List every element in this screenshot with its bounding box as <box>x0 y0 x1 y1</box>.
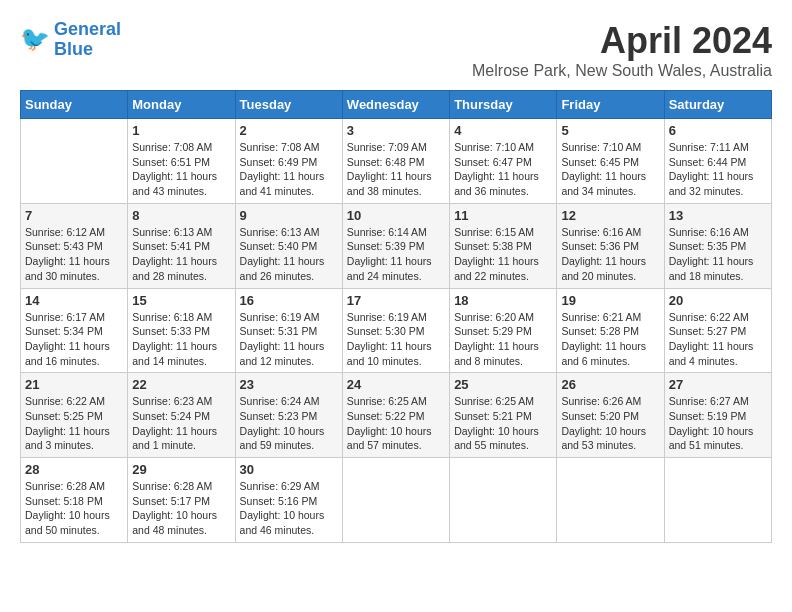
day-number: 17 <box>347 293 445 308</box>
calendar-cell: 23Sunrise: 6:24 AM Sunset: 5:23 PM Dayli… <box>235 373 342 458</box>
cell-content: Sunrise: 6:19 AM Sunset: 5:31 PM Dayligh… <box>240 310 338 369</box>
day-number: 8 <box>132 208 230 223</box>
calendar-cell: 3Sunrise: 7:09 AM Sunset: 6:48 PM Daylig… <box>342 119 449 204</box>
day-header-saturday: Saturday <box>664 91 771 119</box>
calendar-week-row: 21Sunrise: 6:22 AM Sunset: 5:25 PM Dayli… <box>21 373 772 458</box>
cell-content: Sunrise: 6:19 AM Sunset: 5:30 PM Dayligh… <box>347 310 445 369</box>
cell-content: Sunrise: 6:14 AM Sunset: 5:39 PM Dayligh… <box>347 225 445 284</box>
calendar-cell: 28Sunrise: 6:28 AM Sunset: 5:18 PM Dayli… <box>21 458 128 543</box>
calendar-cell: 4Sunrise: 7:10 AM Sunset: 6:47 PM Daylig… <box>450 119 557 204</box>
location-subtitle: Melrose Park, New South Wales, Australia <box>472 62 772 80</box>
calendar-cell: 17Sunrise: 6:19 AM Sunset: 5:30 PM Dayli… <box>342 288 449 373</box>
cell-content: Sunrise: 6:28 AM Sunset: 5:17 PM Dayligh… <box>132 479 230 538</box>
cell-content: Sunrise: 6:16 AM Sunset: 5:35 PM Dayligh… <box>669 225 767 284</box>
day-number: 10 <box>347 208 445 223</box>
logo: 🐦 General Blue <box>20 20 121 60</box>
calendar-cell: 5Sunrise: 7:10 AM Sunset: 6:45 PM Daylig… <box>557 119 664 204</box>
calendar-cell <box>450 458 557 543</box>
cell-content: Sunrise: 7:10 AM Sunset: 6:45 PM Dayligh… <box>561 140 659 199</box>
calendar-cell: 27Sunrise: 6:27 AM Sunset: 5:19 PM Dayli… <box>664 373 771 458</box>
day-number: 1 <box>132 123 230 138</box>
calendar-cell: 7Sunrise: 6:12 AM Sunset: 5:43 PM Daylig… <box>21 203 128 288</box>
day-number: 21 <box>25 377 123 392</box>
day-header-friday: Friday <box>557 91 664 119</box>
day-number: 20 <box>669 293 767 308</box>
calendar-cell: 20Sunrise: 6:22 AM Sunset: 5:27 PM Dayli… <box>664 288 771 373</box>
calendar-cell <box>21 119 128 204</box>
cell-content: Sunrise: 6:15 AM Sunset: 5:38 PM Dayligh… <box>454 225 552 284</box>
calendar-cell: 16Sunrise: 6:19 AM Sunset: 5:31 PM Dayli… <box>235 288 342 373</box>
calendar-cell: 19Sunrise: 6:21 AM Sunset: 5:28 PM Dayli… <box>557 288 664 373</box>
calendar-cell: 6Sunrise: 7:11 AM Sunset: 6:44 PM Daylig… <box>664 119 771 204</box>
title-block: April 2024 Melrose Park, New South Wales… <box>472 20 772 80</box>
calendar-cell <box>664 458 771 543</box>
calendar-cell <box>557 458 664 543</box>
cell-content: Sunrise: 6:13 AM Sunset: 5:40 PM Dayligh… <box>240 225 338 284</box>
calendar-cell: 10Sunrise: 6:14 AM Sunset: 5:39 PM Dayli… <box>342 203 449 288</box>
calendar-cell: 18Sunrise: 6:20 AM Sunset: 5:29 PM Dayli… <box>450 288 557 373</box>
calendar-week-row: 1Sunrise: 7:08 AM Sunset: 6:51 PM Daylig… <box>21 119 772 204</box>
cell-content: Sunrise: 6:25 AM Sunset: 5:22 PM Dayligh… <box>347 394 445 453</box>
cell-content: Sunrise: 7:10 AM Sunset: 6:47 PM Dayligh… <box>454 140 552 199</box>
cell-content: Sunrise: 6:20 AM Sunset: 5:29 PM Dayligh… <box>454 310 552 369</box>
day-number: 19 <box>561 293 659 308</box>
cell-content: Sunrise: 6:26 AM Sunset: 5:20 PM Dayligh… <box>561 394 659 453</box>
calendar-cell: 21Sunrise: 6:22 AM Sunset: 5:25 PM Dayli… <box>21 373 128 458</box>
cell-content: Sunrise: 6:24 AM Sunset: 5:23 PM Dayligh… <box>240 394 338 453</box>
calendar-cell: 24Sunrise: 6:25 AM Sunset: 5:22 PM Dayli… <box>342 373 449 458</box>
day-header-sunday: Sunday <box>21 91 128 119</box>
calendar-cell: 13Sunrise: 6:16 AM Sunset: 5:35 PM Dayli… <box>664 203 771 288</box>
day-number: 27 <box>669 377 767 392</box>
page-header: 🐦 General Blue April 2024 Melrose Park, … <box>20 20 772 80</box>
cell-content: Sunrise: 6:23 AM Sunset: 5:24 PM Dayligh… <box>132 394 230 453</box>
logo-icon: 🐦 <box>20 25 50 55</box>
cell-content: Sunrise: 6:16 AM Sunset: 5:36 PM Dayligh… <box>561 225 659 284</box>
cell-content: Sunrise: 6:12 AM Sunset: 5:43 PM Dayligh… <box>25 225 123 284</box>
day-number: 22 <box>132 377 230 392</box>
day-number: 7 <box>25 208 123 223</box>
cell-content: Sunrise: 6:27 AM Sunset: 5:19 PM Dayligh… <box>669 394 767 453</box>
calendar-cell: 15Sunrise: 6:18 AM Sunset: 5:33 PM Dayli… <box>128 288 235 373</box>
cell-content: Sunrise: 7:09 AM Sunset: 6:48 PM Dayligh… <box>347 140 445 199</box>
cell-content: Sunrise: 6:28 AM Sunset: 5:18 PM Dayligh… <box>25 479 123 538</box>
day-number: 16 <box>240 293 338 308</box>
cell-content: Sunrise: 6:22 AM Sunset: 5:25 PM Dayligh… <box>25 394 123 453</box>
day-number: 9 <box>240 208 338 223</box>
calendar-table: SundayMondayTuesdayWednesdayThursdayFrid… <box>20 90 772 543</box>
cell-content: Sunrise: 6:13 AM Sunset: 5:41 PM Dayligh… <box>132 225 230 284</box>
calendar-cell: 8Sunrise: 6:13 AM Sunset: 5:41 PM Daylig… <box>128 203 235 288</box>
calendar-header-row: SundayMondayTuesdayWednesdayThursdayFrid… <box>21 91 772 119</box>
day-header-wednesday: Wednesday <box>342 91 449 119</box>
calendar-cell: 12Sunrise: 6:16 AM Sunset: 5:36 PM Dayli… <box>557 203 664 288</box>
calendar-cell: 14Sunrise: 6:17 AM Sunset: 5:34 PM Dayli… <box>21 288 128 373</box>
cell-content: Sunrise: 6:22 AM Sunset: 5:27 PM Dayligh… <box>669 310 767 369</box>
cell-content: Sunrise: 6:21 AM Sunset: 5:28 PM Dayligh… <box>561 310 659 369</box>
calendar-cell: 29Sunrise: 6:28 AM Sunset: 5:17 PM Dayli… <box>128 458 235 543</box>
calendar-week-row: 14Sunrise: 6:17 AM Sunset: 5:34 PM Dayli… <box>21 288 772 373</box>
calendar-cell: 2Sunrise: 7:08 AM Sunset: 6:49 PM Daylig… <box>235 119 342 204</box>
cell-content: Sunrise: 6:17 AM Sunset: 5:34 PM Dayligh… <box>25 310 123 369</box>
day-number: 14 <box>25 293 123 308</box>
cell-content: Sunrise: 7:11 AM Sunset: 6:44 PM Dayligh… <box>669 140 767 199</box>
day-number: 26 <box>561 377 659 392</box>
calendar-cell: 30Sunrise: 6:29 AM Sunset: 5:16 PM Dayli… <box>235 458 342 543</box>
day-header-thursday: Thursday <box>450 91 557 119</box>
cell-content: Sunrise: 6:25 AM Sunset: 5:21 PM Dayligh… <box>454 394 552 453</box>
day-number: 15 <box>132 293 230 308</box>
cell-content: Sunrise: 7:08 AM Sunset: 6:49 PM Dayligh… <box>240 140 338 199</box>
calendar-week-row: 28Sunrise: 6:28 AM Sunset: 5:18 PM Dayli… <box>21 458 772 543</box>
day-number: 11 <box>454 208 552 223</box>
calendar-cell: 25Sunrise: 6:25 AM Sunset: 5:21 PM Dayli… <box>450 373 557 458</box>
calendar-cell: 1Sunrise: 7:08 AM Sunset: 6:51 PM Daylig… <box>128 119 235 204</box>
day-header-tuesday: Tuesday <box>235 91 342 119</box>
logo-general: General <box>54 19 121 39</box>
cell-content: Sunrise: 6:18 AM Sunset: 5:33 PM Dayligh… <box>132 310 230 369</box>
day-number: 2 <box>240 123 338 138</box>
calendar-cell <box>342 458 449 543</box>
day-number: 30 <box>240 462 338 477</box>
day-number: 29 <box>132 462 230 477</box>
day-number: 13 <box>669 208 767 223</box>
cell-content: Sunrise: 6:29 AM Sunset: 5:16 PM Dayligh… <box>240 479 338 538</box>
day-number: 6 <box>669 123 767 138</box>
calendar-week-row: 7Sunrise: 6:12 AM Sunset: 5:43 PM Daylig… <box>21 203 772 288</box>
